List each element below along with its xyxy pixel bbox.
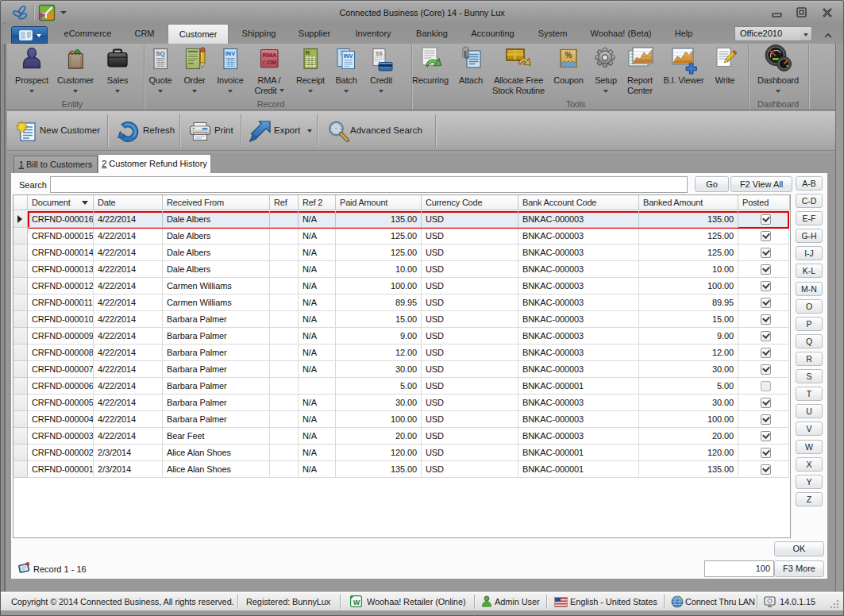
svg-text:RMA: RMA xyxy=(262,52,276,59)
svg-text:INV: INV xyxy=(225,50,236,57)
svg-text:R: R xyxy=(306,49,310,56)
svg-text:INV: INV xyxy=(344,53,353,59)
svg-text:/ CM: / CM xyxy=(263,59,276,66)
svg-text:%: % xyxy=(565,51,572,60)
svg-text:SQ: SQ xyxy=(156,50,165,57)
svg-text:W: W xyxy=(353,599,360,606)
svg-text:$$: $$ xyxy=(376,50,383,57)
